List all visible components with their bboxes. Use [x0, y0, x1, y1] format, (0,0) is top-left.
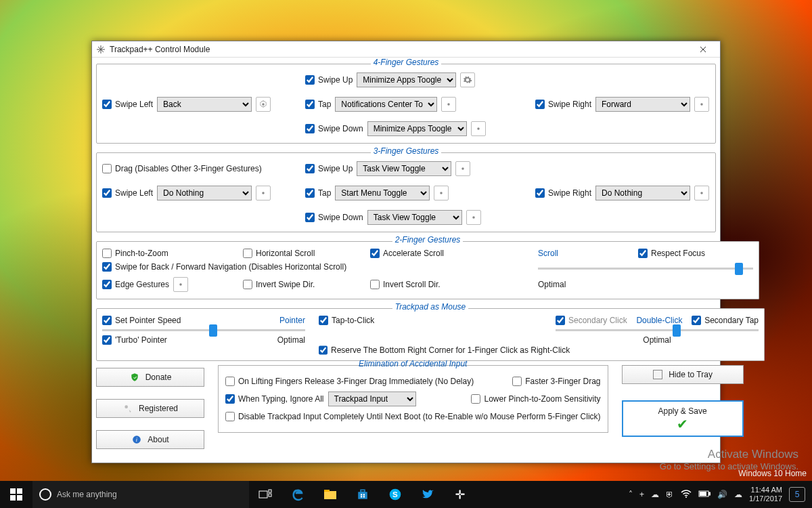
taskbar-slack[interactable] — [444, 481, 476, 508]
chk-3f-swipeup[interactable]: Swipe Up — [305, 164, 353, 173]
tray-shield-icon[interactable]: ⛨ — [666, 490, 674, 499]
sel-4f-swipeup[interactable]: Minimize Apps Toogle — [357, 72, 456, 87]
svg-rect-21 — [363, 494, 365, 495]
donate-button[interactable]: Donate — [96, 368, 204, 387]
chk-pinch[interactable]: Pinch-to-Zoom — [102, 249, 224, 258]
chk-release-drag[interactable]: On Lifting Fingers Release 3-Finger Drag… — [225, 377, 474, 386]
chk-hscroll[interactable]: Horizontal Scroll — [243, 249, 351, 258]
chk-4f-tap[interactable]: Tap — [305, 100, 331, 109]
taskbar-twitter[interactable] — [411, 481, 444, 508]
windows-icon — [10, 488, 22, 501]
tray-wifi-icon[interactable] — [681, 490, 692, 500]
chk-ignore-typing[interactable]: When Typing, Ignore All — [225, 394, 324, 404]
chk-invswipe[interactable]: Invert Swipe Dir. — [243, 280, 351, 289]
svg-point-4 — [462, 167, 465, 170]
gear-icon[interactable] — [694, 97, 709, 112]
registered-button[interactable]: Registered — [96, 399, 204, 418]
sel-3f-swipeup[interactable]: Task View Toggle — [357, 161, 451, 176]
chk-turbo[interactable]: 'Turbo' Pointer — [102, 335, 167, 345]
tray-onedrive-icon[interactable]: ☁ — [651, 490, 659, 499]
sel-3f-tap[interactable]: Start Menu Toggle — [335, 186, 430, 200]
sel-4f-swipedown[interactable]: Minimize Apps Toogle — [367, 121, 467, 136]
gear-icon[interactable] — [256, 186, 271, 200]
group-3finger-title: 3-Finger Gestures — [371, 146, 442, 156]
gear-icon[interactable] — [694, 186, 709, 200]
about-button[interactable]: iAbout — [96, 430, 204, 449]
sel-4f-swiperight[interactable]: Forward — [595, 97, 690, 112]
svg-point-1 — [448, 103, 451, 106]
search-box[interactable]: Ask me anything — [32, 481, 249, 508]
chk-3f-swipedown[interactable]: Swipe Down — [305, 213, 363, 222]
slider-pointer[interactable] — [102, 329, 305, 331]
chk-4f-swipeleft[interactable]: Swipe Left — [102, 100, 153, 109]
chk-swipenav[interactable]: Swipe for Back / Forward Navigation (Dis… — [102, 262, 519, 272]
gear-icon[interactable] — [256, 97, 271, 112]
chk-faster-drag[interactable]: Faster 3-Finger Drag — [512, 377, 600, 386]
tray-battery-icon[interactable] — [698, 490, 710, 499]
action-center-button[interactable]: 5 — [789, 487, 805, 502]
titlebar[interactable]: Trackpad++ Control Module — [92, 41, 720, 58]
svg-rect-14 — [269, 490, 271, 492]
task-view-button[interactable] — [249, 481, 281, 508]
gear-icon[interactable] — [441, 97, 456, 112]
chk-respect[interactable]: Respect Focus — [638, 249, 753, 258]
chk-4f-swipedown[interactable]: Swipe Down — [305, 124, 363, 133]
slider-scroll[interactable] — [538, 268, 753, 270]
taskbar-edge[interactable] — [281, 481, 314, 508]
group-trackpad-mouse: Trackpad as Mouse Set Pointer Speed Poin… — [96, 303, 765, 361]
tray-chevron-icon[interactable]: ˄ — [629, 490, 633, 499]
chk-3f-swipeleft[interactable]: Swipe Left — [102, 188, 153, 198]
slider-dblclick[interactable] — [556, 329, 759, 331]
chk-4f-swiperight[interactable]: Swipe Right — [535, 100, 591, 109]
group-4finger: 4-Finger Gestures Swipe Up Minimize Apps… — [96, 59, 716, 144]
start-button[interactable] — [0, 481, 32, 508]
close-button[interactable] — [690, 42, 716, 57]
chk-invscroll[interactable]: Invert Scroll Dir. — [370, 280, 519, 289]
link-scroll[interactable]: Scroll — [538, 249, 619, 258]
taskbar-skype[interactable]: S — [379, 481, 411, 508]
group-4finger-title: 4-Finger Gestures — [371, 58, 442, 67]
key-icon — [122, 403, 133, 414]
sel-3f-swipedown[interactable]: Task View Toggle — [367, 210, 462, 225]
app-icon — [96, 45, 106, 54]
svg-point-5 — [262, 192, 265, 194]
shield-icon — [129, 372, 140, 383]
sel-3f-swiperight[interactable]: Do Nothing — [595, 186, 690, 200]
gear-icon[interactable] — [173, 277, 188, 292]
tray-cloud-icon[interactable]: ☁ — [734, 490, 742, 499]
svg-point-9 — [179, 283, 182, 286]
apply-save-button[interactable]: Apply & Save ✔ — [622, 400, 744, 437]
system-tray[interactable]: ˄ + ☁ ⛨ 🔊 ☁ 11:44 AM 1/17/2017 5 — [622, 486, 812, 503]
gear-icon[interactable] — [460, 72, 475, 87]
sel-ignore-typing[interactable]: Trackpad Input — [328, 391, 416, 406]
chk-accel[interactable]: Accelerate Scroll — [370, 249, 519, 258]
chk-reserve[interactable]: Reserve The Bottom Right Corner for 1-Fi… — [319, 345, 542, 355]
sel-4f-swipeleft[interactable]: Back — [157, 97, 252, 112]
svg-rect-32 — [709, 492, 710, 495]
tray-clock[interactable]: 11:44 AM 1/17/2017 — [749, 486, 782, 503]
chk-3f-tap[interactable]: Tap — [305, 188, 331, 198]
chk-edge[interactable]: Edge Gestures — [102, 280, 169, 289]
label-optimal-ptr: Optimal — [277, 335, 305, 345]
chk-lower-pinch[interactable]: Lower Pinch-to-Zoom Sensitivity — [471, 394, 600, 404]
chk-4f-swipeup[interactable]: Swipe Up — [305, 75, 353, 85]
svg-point-8 — [472, 216, 475, 219]
svg-point-0 — [262, 103, 265, 106]
tray-add-icon[interactable]: + — [639, 490, 644, 499]
chk-disable-boot[interactable]: Disable Trackpad Input Completely Until … — [225, 412, 601, 421]
svg-rect-33 — [700, 492, 706, 496]
gear-icon[interactable] — [455, 161, 470, 176]
sel-4f-tap[interactable]: Notifications Center To — [335, 97, 437, 112]
chk-tapclick[interactable]: Tap-to-Click — [319, 316, 542, 325]
taskbar-explorer[interactable] — [314, 481, 346, 508]
taskbar-store[interactable] — [346, 481, 379, 508]
gear-icon[interactable] — [471, 121, 486, 136]
hide-tray-button[interactable]: Hide to Tray — [622, 365, 744, 384]
gear-icon[interactable] — [434, 186, 449, 200]
tray-volume-icon[interactable]: 🔊 — [717, 490, 727, 499]
gear-icon[interactable] — [466, 210, 481, 225]
chk-3f-swiperight[interactable]: Swipe Right — [535, 188, 591, 198]
chk-3f-drag[interactable]: Drag (Disables Other 3-Finger Gestures) — [102, 164, 262, 173]
sel-3f-swipeleft[interactable]: Do Nothing — [157, 186, 252, 200]
svg-rect-26 — [455, 494, 459, 495]
